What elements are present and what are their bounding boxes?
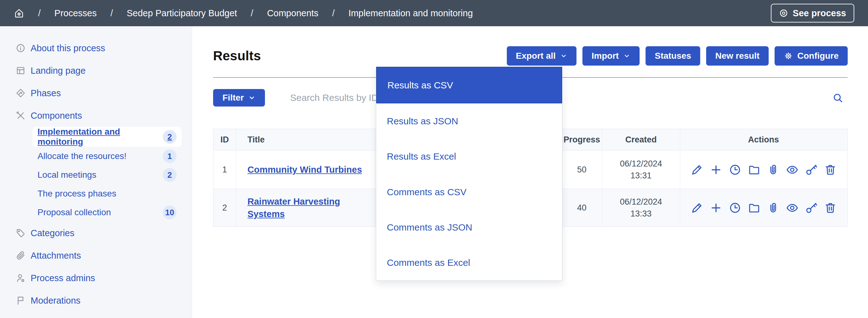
subnav-item-local-meetings[interactable]: Local meetings 2 [32,165,182,184]
sidebar-item-moderations[interactable]: Moderations [0,289,192,312]
created-time: 13:31 [630,170,652,182]
chevron-down-icon [623,52,630,60]
breadcrumb-current-component[interactable]: Implementation and monitoring [348,8,473,19]
edit-icon[interactable] [690,163,703,176]
breadcrumb-processes[interactable]: Processes [54,8,97,19]
see-process-button[interactable]: See process [771,4,854,23]
history-clock-icon[interactable] [728,201,741,214]
subnav-item-label: Local meetings [37,170,96,180]
menu-item-comments-as-csv[interactable]: Comments as CSV [376,174,562,210]
admin-topbar: / Processes / Sedep Participatory Budget… [0,0,868,26]
breadcrumb-process-name[interactable]: Sedep Participatory Budget [127,8,237,19]
breadcrumb-separator: / [251,8,253,19]
preview-eye-icon[interactable] [786,201,799,214]
count-badge: 2 [163,168,177,182]
attachment-icon[interactable] [767,201,780,214]
configure-button[interactable]: Configure [775,46,848,66]
search-icon[interactable] [832,92,843,103]
sidebar-item-attachments[interactable]: Attachments [0,244,192,267]
configure-label: Configure [797,51,839,61]
statuses-button[interactable]: Statuses [646,46,700,66]
export-all-menu: Results as CSV Results as JSON Results a… [376,67,562,281]
history-clock-icon[interactable] [728,163,741,176]
info-icon [16,43,26,53]
import-button[interactable]: Import [582,46,640,66]
sidebar-item-landing-page[interactable]: Landing page [0,59,192,82]
export-all-button[interactable]: Export all [507,46,577,66]
breadcrumb-separator: / [110,8,113,19]
permissions-key-icon[interactable] [805,163,818,176]
breadcrumb: / Processes / Sedep Participatory Budget… [14,8,473,19]
result-title-link[interactable]: Community Wind Turbines [247,163,362,176]
gear-icon [784,51,793,61]
sidebar-item-label: Attachments [31,251,81,261]
count-badge: 10 [163,205,177,219]
result-created: 06/12/2024 13:33 [602,189,680,226]
menu-item-results-as-json[interactable]: Results as JSON [376,103,562,139]
subnav-item-label: Allocate the resources! [37,151,127,161]
sidebar-item-label: Process admins [31,273,95,283]
filter-button[interactable]: Filter [213,89,265,106]
permissions-key-icon[interactable] [805,201,818,214]
sidebar-item-about[interactable]: About this process [0,37,192,59]
result-created: 06/12/2024 13:31 [602,151,680,189]
preview-eye-icon[interactable] [786,163,799,176]
delete-trash-icon[interactable] [824,163,837,176]
subnav-item-the-process-phases[interactable]: The process phases [32,184,182,203]
subnav-item-label: Implementation and monitoring [37,127,163,147]
results-toolbar: Export all Import Statuses New result [507,46,848,66]
page-title: Results [213,49,261,63]
row-actions [680,151,847,189]
header-created: Created [602,129,680,150]
folder-icon[interactable] [748,163,761,176]
menu-item-results-as-excel[interactable]: Results as Excel [376,139,562,174]
chevron-down-icon [560,52,567,60]
menu-item-results-as-csv[interactable]: Results as CSV [376,67,562,103]
sidebar-item-label: Components [31,110,82,121]
header-id: ID [213,129,236,150]
sidebar-item-phases[interactable]: Phases [0,82,192,104]
count-badge: 1 [163,149,177,163]
subnav-item-implementation-and-monitoring[interactable]: Implementation and monitoring 2 [32,127,182,147]
delete-trash-icon[interactable] [824,201,837,214]
components-subnav: Implementation and monitoring 2 Allocate… [0,127,192,222]
menu-item-comments-as-json[interactable]: Comments as JSON [376,210,562,245]
chevron-down-icon [248,94,256,101]
home-gear-icon[interactable] [14,8,24,19]
admin-user-icon [16,273,26,283]
subnav-item-allocate-the-resources[interactable]: Allocate the resources! 1 [32,147,182,165]
subnav-item-label: The process phases [37,189,116,199]
attachment-icon[interactable] [767,163,780,176]
see-process-label: See process [793,8,846,19]
header-progress: Progress [562,129,602,150]
header-actions: Actions [680,129,847,150]
header-title: Title [236,129,375,150]
new-result-label: New result [715,51,760,61]
statuses-label: Statuses [655,51,691,61]
result-progress: 40 [562,189,602,226]
result-title-link[interactable]: Rainwater Harvesting Systems [247,195,367,220]
tools-icon [16,110,26,121]
breadcrumb-components[interactable]: Components [267,8,318,19]
add-icon[interactable] [710,163,722,176]
eye-rings-icon [779,8,788,18]
result-progress: 50 [562,151,602,189]
folder-icon[interactable] [748,201,761,214]
created-date: 06/12/2024 [620,158,662,170]
sidebar-item-categories[interactable]: Categories [0,222,192,244]
created-time: 13:33 [630,208,652,220]
sidebar-item-components[interactable]: Components [0,104,192,127]
new-result-button[interactable]: New result [706,46,769,66]
filter-label: Filter [222,93,244,103]
export-all-label: Export all [516,51,556,61]
add-icon[interactable] [710,201,722,214]
sidebar-item-label: Landing page [31,66,86,76]
tag-icon [16,228,26,238]
created-date: 06/12/2024 [620,196,662,208]
breadcrumb-separator: / [332,8,335,19]
layout-icon [16,66,26,75]
subnav-item-proposal-collection[interactable]: Proposal collection 10 [32,203,182,222]
edit-icon[interactable] [690,201,703,214]
sidebar-item-process-admins[interactable]: Process admins [0,267,192,289]
menu-item-comments-as-excel[interactable]: Comments as Excel [376,245,562,281]
